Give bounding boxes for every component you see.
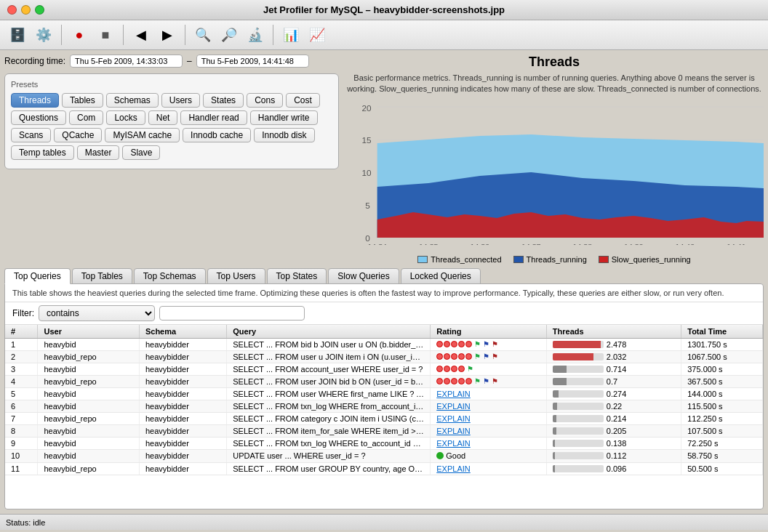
table-row[interactable]: 1heavybidheavybidderSELECT ... FROM bid … — [5, 338, 763, 350]
good-label: Good — [446, 451, 465, 460]
explain-link[interactable]: EXPLAIN — [436, 414, 470, 423]
preset-qcache[interactable]: QCache — [54, 128, 102, 142]
table-row[interactable]: 5heavybidheavybidderSELECT ... FROM user… — [5, 387, 763, 400]
col-total-time: Total Time — [681, 325, 763, 339]
cell-threads: 0.112 — [546, 449, 681, 462]
table-wrapper[interactable]: # User Schema Query Rating Threads Total… — [5, 325, 763, 509]
explain-link[interactable]: EXPLAIN — [436, 402, 470, 411]
db-icon[interactable]: 🗄️ — [6, 23, 29, 47]
preset-questions[interactable]: Questions — [11, 110, 66, 125]
chart-description: Basic performance metrics. Threads_runni… — [345, 73, 764, 95]
tab-top-states[interactable]: Top States — [267, 268, 327, 284]
table-row[interactable]: 3heavybidheavybidderSELECT ... FROM acco… — [5, 363, 763, 375]
minimize-button[interactable] — [21, 5, 31, 15]
tab-top-schemas[interactable]: Top Schemas — [134, 268, 206, 284]
cell-num: 6 — [5, 400, 38, 412]
preset-innodb-disk[interactable]: Innodb disk — [254, 128, 314, 142]
cell-num: 4 — [5, 375, 38, 387]
cell-rating: ⚑⚑⚑ — [431, 338, 547, 350]
preset-locks[interactable]: Locks — [106, 110, 145, 125]
table-row[interactable]: 7heavybid_repoheavybidderSELECT ... FROM… — [5, 412, 763, 424]
preset-schemas[interactable]: Schemas — [106, 93, 159, 108]
preset-users[interactable]: Users — [161, 93, 200, 108]
explain-link[interactable]: EXPLAIN — [436, 427, 470, 435]
cell-total-time: 144.000 s — [681, 387, 763, 400]
presets-row-1: Threads Tables Schemas Users States Cons… — [11, 93, 332, 108]
preset-temp-tables[interactable]: Temp tables — [11, 145, 74, 160]
preset-cost[interactable]: Cost — [286, 93, 320, 108]
toolbar-separator-4 — [273, 25, 273, 45]
preset-master[interactable]: Master — [77, 145, 120, 160]
filter-input[interactable] — [159, 306, 305, 321]
preset-threads[interactable]: Threads — [11, 93, 59, 108]
table-header-row: # User Schema Query Rating Threads Total… — [5, 325, 763, 339]
col-num: # — [5, 325, 38, 339]
tab-slow-queries[interactable]: Slow Queries — [328, 268, 399, 284]
cell-num: 3 — [5, 363, 38, 375]
threads-value: 0.138 — [607, 439, 627, 448]
table-row[interactable]: 6heavybidheavybidderSELECT ... FROM txn_… — [5, 400, 763, 412]
explain-link[interactable]: EXPLAIN — [436, 464, 470, 473]
window-title: Jet Profiler for MySQL – heavybidder-scr… — [263, 4, 505, 15]
recording-end[interactable] — [196, 55, 309, 68]
chart2-icon[interactable]: 📈 — [305, 23, 329, 47]
table-row[interactable]: 9heavybidheavybidderSELECT ... FROM txn_… — [5, 437, 763, 449]
search-plus-icon[interactable]: 🔍 — [191, 23, 215, 47]
preset-com[interactable]: Com — [69, 110, 103, 125]
cell-schema: heavybidder — [139, 400, 226, 412]
col-query: Query — [227, 325, 431, 339]
svg-text:14:39: 14:39 — [624, 243, 643, 245]
cell-query: UPDATE user ... WHERE user_id = ? — [227, 449, 431, 462]
forward-icon[interactable]: ▶ — [156, 23, 179, 47]
tab-top-tables[interactable]: Top Tables — [72, 268, 132, 284]
tab-top-queries[interactable]: Top Queries — [4, 268, 71, 284]
tabs-bar: Top Queries Top Tables Top Schemas Top U… — [4, 268, 764, 284]
tab-top-users[interactable]: Top Users — [207, 268, 265, 284]
table-row[interactable]: 4heavybid_repoheavybidderSELECT ... FROM… — [5, 375, 763, 387]
cell-num: 11 — [5, 462, 38, 475]
explain-link[interactable]: EXPLAIN — [436, 439, 470, 448]
preset-scans[interactable]: Scans — [11, 128, 51, 142]
table-row[interactable]: 11heavybid_repoheavybidderSELECT ... FRO… — [5, 462, 763, 475]
preset-slave[interactable]: Slave — [122, 145, 160, 160]
explain-link[interactable]: EXPLAIN — [436, 390, 470, 398]
main-content: Recording time: – Presets Threads Tables… — [0, 50, 768, 514]
tab-locked-queries[interactable]: Locked Queries — [401, 268, 481, 284]
chart-container: 0 5 10 15 20 — [345, 100, 764, 252]
cell-total-time: 375.000 s — [681, 363, 763, 375]
window-controls[interactable] — [7, 5, 44, 15]
preset-innodb-cache[interactable]: Innodb cache — [183, 128, 251, 142]
cell-query: SELECT ... FROM user GROUP BY country, a… — [227, 462, 431, 475]
preset-myisam-cache[interactable]: MyISAM cache — [105, 128, 180, 142]
preset-cons[interactable]: Cons — [247, 93, 283, 108]
search2-icon[interactable]: 🔎 — [217, 23, 241, 47]
cell-user: heavybid — [38, 449, 139, 462]
toolbar-separator-1 — [61, 25, 62, 45]
preset-states[interactable]: States — [203, 93, 244, 108]
maximize-button[interactable] — [35, 5, 44, 15]
recording-start[interactable] — [70, 55, 183, 68]
preset-tables[interactable]: Tables — [62, 93, 103, 108]
back-icon[interactable]: ◀ — [129, 23, 153, 47]
table-row[interactable]: 8heavybidheavybidderSELECT ... FROM item… — [5, 424, 763, 437]
cell-user: heavybid — [38, 387, 139, 400]
table-description: This table shows the heaviest queries du… — [5, 284, 763, 302]
bar-chart-icon[interactable]: 📊 — [279, 23, 303, 47]
preset-handler-read[interactable]: Handler read — [180, 110, 247, 125]
cell-user: heavybid — [38, 400, 139, 412]
cell-threads: 0.138 — [546, 437, 681, 449]
table-row[interactable]: 10heavybidheavybidderUPDATE user ... WHE… — [5, 449, 763, 462]
preset-handler-write[interactable]: Handler write — [250, 110, 318, 125]
record-icon[interactable]: ● — [68, 23, 91, 47]
right-panel: Threads Basic performance metrics. Threa… — [345, 55, 764, 264]
cell-user: heavybid_repo — [38, 412, 139, 424]
preset-net[interactable]: Net — [148, 110, 178, 125]
cell-rating: Good — [431, 449, 547, 462]
filter-select[interactable]: contains starts with ends with equals re… — [39, 305, 155, 321]
stop-icon[interactable]: ■ — [94, 23, 117, 47]
gear-icon[interactable]: ⚙️ — [32, 23, 55, 47]
search3-icon[interactable]: 🔬 — [244, 23, 267, 47]
close-button[interactable] — [7, 5, 17, 15]
toolbar: 🗄️ ⚙️ ● ■ ◀ ▶ 🔍 🔎 🔬 📊 📈 — [0, 20, 768, 50]
table-row[interactable]: 2heavybid_repoheavybidderSELECT ... FROM… — [5, 350, 763, 363]
